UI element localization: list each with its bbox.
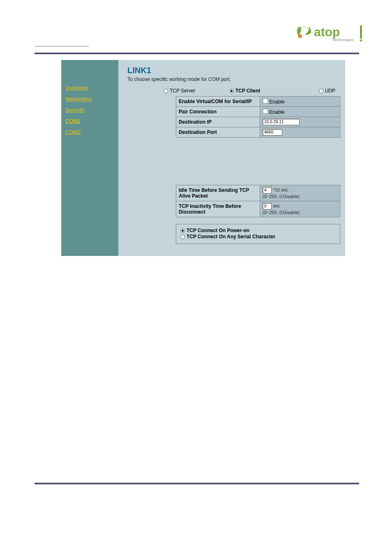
sidebar-item-com1[interactable]: COM1 [61, 115, 118, 127]
header-divider-short [35, 46, 89, 46]
settings-table-1: Enable VirtualCOM for Serial/IP Enable P… [176, 96, 340, 138]
row-dest-ip-label: Destination IP [176, 117, 260, 127]
radio-tcp-server[interactable] [164, 89, 168, 93]
text-idle-hint: (0~255, 0:Disable) [263, 194, 300, 199]
config-panel: Overview Networking Security COM1 COM2 L… [61, 60, 345, 256]
checkbox-pair-enable[interactable] [263, 108, 268, 114]
working-mode-row: TCP Server TCP Client UDP [164, 88, 340, 94]
brand-logo: atop Technologies [295, 24, 365, 44]
row-idle-label: Idle Time Before Sending TCP Alive Packe… [176, 185, 260, 201]
radio-tcp-client[interactable] [229, 89, 234, 93]
label-udp: UDP [325, 88, 335, 94]
text-inact-hint: (0~255, 0:Disable) [263, 210, 300, 215]
row-dest-port-label: Destination Port [176, 127, 260, 138]
text-vcom-enable: Enable [269, 99, 284, 105]
radio-udp[interactable] [319, 89, 323, 93]
text-idle-unit: *10 sec [273, 187, 288, 192]
sidebar-item-overview[interactable]: Overview [61, 82, 118, 93]
sidebar-item-security[interactable]: Security [61, 104, 118, 115]
input-inact-value[interactable]: 0 [263, 203, 272, 210]
label-connect-poweron: TCP Connect On Power-on [187, 228, 249, 233]
row-vcom-label: Enable VirtualCOM for Serial/IP [176, 97, 260, 107]
text-inact-unit: sec [273, 203, 280, 208]
text-pair-enable: Enable [269, 109, 284, 115]
settings-table-2: Idle Time Before Sending TCP Alive Packe… [176, 185, 340, 217]
input-idle-value[interactable]: 4 [263, 187, 272, 193]
radio-connect-poweron[interactable] [180, 228, 185, 233]
sidebar-item-com2[interactable]: COM2 [61, 127, 118, 138]
svg-point-0 [298, 34, 302, 38]
sidebar-nav: Overview Networking Security COM1 COM2 [61, 60, 118, 256]
footer-rule [35, 483, 359, 484]
checkbox-vcom-enable[interactable] [263, 98, 268, 104]
page-subtitle: To choose specific working mode for COM … [127, 76, 340, 82]
radio-connect-serial[interactable] [180, 235, 185, 239]
header-rule [35, 53, 359, 54]
sidebar-item-networking[interactable]: Networking [61, 93, 118, 104]
main-content: LINK1 To choose specific working mode fo… [118, 60, 345, 256]
row-pair-label: Pair Connection [176, 107, 260, 117]
label-tcp-server: TCP Server [170, 88, 195, 94]
input-dest-port[interactable]: 4660 [263, 129, 282, 136]
label-tcp-client: TCP Client [235, 88, 260, 94]
label-connect-serial: TCP Connect On Any Serial Character [187, 234, 275, 240]
svg-rect-4 [360, 39, 362, 41]
svg-rect-3 [360, 25, 362, 39]
svg-text:atop: atop [314, 25, 340, 39]
input-dest-ip[interactable]: 10.0.29.11 [263, 119, 300, 125]
connect-mode-block: TCP Connect On Power-on TCP Connect On A… [176, 224, 340, 244]
row-inact-label: TCP Inactivity Time Before Disconnect [176, 201, 260, 217]
page-title: LINK1 [127, 66, 340, 75]
svg-text:Technologies: Technologies [332, 38, 354, 42]
